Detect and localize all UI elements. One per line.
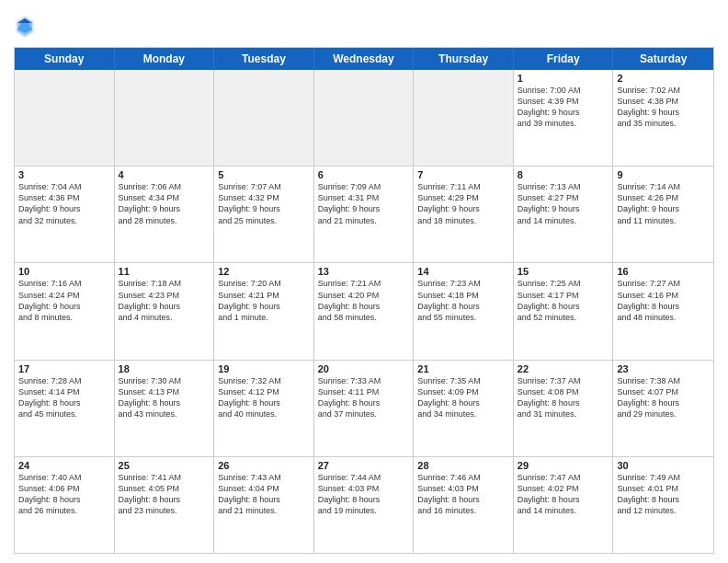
weekday-header: Tuesday bbox=[214, 48, 314, 70]
day-info: Sunrise: 7:21 AM Sunset: 4:20 PM Dayligh… bbox=[318, 278, 410, 323]
day-number: 9 bbox=[617, 169, 710, 180]
calendar-row: 24Sunrise: 7:40 AM Sunset: 4:06 PM Dayli… bbox=[15, 456, 713, 553]
day-cell: 5Sunrise: 7:07 AM Sunset: 4:32 PM Daylig… bbox=[214, 167, 314, 262]
day-info: Sunrise: 7:02 AM Sunset: 4:38 PM Dayligh… bbox=[617, 85, 710, 130]
day-info: Sunrise: 7:06 AM Sunset: 4:34 PM Dayligh… bbox=[119, 181, 210, 226]
calendar-row: 10Sunrise: 7:16 AM Sunset: 4:24 PM Dayli… bbox=[15, 262, 713, 359]
day-number: 22 bbox=[518, 363, 609, 374]
day-number: 12 bbox=[218, 266, 310, 277]
day-info: Sunrise: 7:49 AM Sunset: 4:01 PM Dayligh… bbox=[617, 472, 710, 517]
empty-cell bbox=[314, 70, 415, 166]
day-cell: 12Sunrise: 7:20 AM Sunset: 4:21 PM Dayli… bbox=[214, 263, 314, 359]
day-cell: 8Sunrise: 7:13 AM Sunset: 4:27 PM Daylig… bbox=[514, 167, 614, 262]
day-cell: 11Sunrise: 7:18 AM Sunset: 4:23 PM Dayli… bbox=[115, 263, 215, 359]
day-number: 20 bbox=[318, 363, 410, 374]
day-info: Sunrise: 7:40 AM Sunset: 4:06 PM Dayligh… bbox=[18, 472, 110, 517]
day-number: 15 bbox=[518, 266, 609, 277]
day-info: Sunrise: 7:35 AM Sunset: 4:09 PM Dayligh… bbox=[417, 375, 509, 420]
calendar-header: SundayMondayTuesdayWednesdayThursdayFrid… bbox=[15, 48, 713, 70]
day-number: 7 bbox=[417, 169, 509, 180]
calendar-body: 1Sunrise: 7:00 AM Sunset: 4:39 PM Daylig… bbox=[15, 70, 713, 553]
day-info: Sunrise: 7:28 AM Sunset: 4:14 PM Dayligh… bbox=[18, 375, 110, 420]
weekday-header: Wednesday bbox=[314, 48, 415, 70]
day-number: 26 bbox=[218, 460, 310, 471]
day-cell: 15Sunrise: 7:25 AM Sunset: 4:17 PM Dayli… bbox=[514, 263, 614, 359]
page: SundayMondayTuesdayWednesdayThursdayFrid… bbox=[0, 0, 728, 563]
day-info: Sunrise: 7:23 AM Sunset: 4:18 PM Dayligh… bbox=[417, 278, 509, 323]
day-cell: 3Sunrise: 7:04 AM Sunset: 4:36 PM Daylig… bbox=[15, 167, 115, 262]
day-info: Sunrise: 7:38 AM Sunset: 4:07 PM Dayligh… bbox=[617, 375, 710, 420]
empty-cell bbox=[214, 70, 314, 166]
day-cell: 30Sunrise: 7:49 AM Sunset: 4:01 PM Dayli… bbox=[613, 457, 713, 553]
day-cell: 1Sunrise: 7:00 AM Sunset: 4:39 PM Daylig… bbox=[514, 70, 614, 166]
day-cell: 22Sunrise: 7:37 AM Sunset: 4:08 PM Dayli… bbox=[514, 361, 614, 456]
day-cell: 17Sunrise: 7:28 AM Sunset: 4:14 PM Dayli… bbox=[15, 361, 115, 456]
day-number: 1 bbox=[518, 73, 609, 84]
day-number: 27 bbox=[318, 460, 410, 471]
day-info: Sunrise: 7:04 AM Sunset: 4:36 PM Dayligh… bbox=[18, 181, 110, 226]
day-number: 19 bbox=[218, 363, 310, 374]
day-cell: 19Sunrise: 7:32 AM Sunset: 4:12 PM Dayli… bbox=[214, 361, 314, 456]
day-cell: 29Sunrise: 7:47 AM Sunset: 4:02 PM Dayli… bbox=[514, 457, 614, 553]
day-cell: 20Sunrise: 7:33 AM Sunset: 4:11 PM Dayli… bbox=[314, 361, 415, 456]
day-info: Sunrise: 7:30 AM Sunset: 4:13 PM Dayligh… bbox=[119, 375, 210, 420]
day-number: 5 bbox=[218, 169, 310, 180]
day-info: Sunrise: 7:27 AM Sunset: 4:16 PM Dayligh… bbox=[617, 278, 710, 323]
day-cell: 27Sunrise: 7:44 AM Sunset: 4:03 PM Dayli… bbox=[314, 457, 415, 553]
day-number: 8 bbox=[518, 169, 609, 180]
day-number: 16 bbox=[617, 266, 710, 277]
day-number: 23 bbox=[617, 363, 710, 374]
day-number: 25 bbox=[119, 460, 210, 471]
day-number: 6 bbox=[318, 169, 410, 180]
empty-cell bbox=[15, 70, 115, 166]
day-number: 17 bbox=[18, 363, 110, 374]
day-info: Sunrise: 7:07 AM Sunset: 4:32 PM Dayligh… bbox=[218, 181, 310, 226]
calendar-row: 3Sunrise: 7:04 AM Sunset: 4:36 PM Daylig… bbox=[15, 166, 713, 262]
day-number: 24 bbox=[18, 460, 110, 471]
day-cell: 21Sunrise: 7:35 AM Sunset: 4:09 PM Dayli… bbox=[414, 361, 514, 456]
day-cell: 24Sunrise: 7:40 AM Sunset: 4:06 PM Dayli… bbox=[15, 457, 115, 553]
empty-cell bbox=[414, 70, 514, 166]
day-info: Sunrise: 7:16 AM Sunset: 4:24 PM Dayligh… bbox=[18, 278, 110, 323]
day-info: Sunrise: 7:25 AM Sunset: 4:17 PM Dayligh… bbox=[518, 278, 609, 323]
day-cell: 23Sunrise: 7:38 AM Sunset: 4:07 PM Dayli… bbox=[613, 361, 713, 456]
day-info: Sunrise: 7:14 AM Sunset: 4:26 PM Dayligh… bbox=[617, 181, 710, 226]
day-info: Sunrise: 7:44 AM Sunset: 4:03 PM Dayligh… bbox=[318, 472, 410, 517]
day-cell: 26Sunrise: 7:43 AM Sunset: 4:04 PM Dayli… bbox=[214, 457, 314, 553]
day-cell: 6Sunrise: 7:09 AM Sunset: 4:31 PM Daylig… bbox=[314, 167, 415, 262]
day-number: 14 bbox=[417, 266, 509, 277]
day-cell: 25Sunrise: 7:41 AM Sunset: 4:05 PM Dayli… bbox=[115, 457, 215, 553]
day-info: Sunrise: 7:09 AM Sunset: 4:31 PM Dayligh… bbox=[318, 181, 410, 226]
day-number: 3 bbox=[18, 169, 110, 180]
day-number: 4 bbox=[119, 169, 210, 180]
calendar: SundayMondayTuesdayWednesdayThursdayFrid… bbox=[14, 47, 714, 554]
day-number: 30 bbox=[617, 460, 710, 471]
day-info: Sunrise: 7:43 AM Sunset: 4:04 PM Dayligh… bbox=[218, 472, 310, 517]
day-cell: 9Sunrise: 7:14 AM Sunset: 4:26 PM Daylig… bbox=[613, 167, 713, 262]
day-cell: 10Sunrise: 7:16 AM Sunset: 4:24 PM Dayli… bbox=[15, 263, 115, 359]
day-info: Sunrise: 7:47 AM Sunset: 4:02 PM Dayligh… bbox=[518, 472, 609, 517]
day-cell: 16Sunrise: 7:27 AM Sunset: 4:16 PM Dayli… bbox=[613, 263, 713, 359]
day-info: Sunrise: 7:33 AM Sunset: 4:11 PM Dayligh… bbox=[318, 375, 410, 420]
weekday-header: Saturday bbox=[613, 48, 713, 70]
day-info: Sunrise: 7:32 AM Sunset: 4:12 PM Dayligh… bbox=[218, 375, 310, 420]
day-info: Sunrise: 7:20 AM Sunset: 4:21 PM Dayligh… bbox=[218, 278, 310, 323]
day-cell: 2Sunrise: 7:02 AM Sunset: 4:38 PM Daylig… bbox=[613, 70, 713, 166]
day-number: 28 bbox=[417, 460, 509, 471]
weekday-header: Friday bbox=[514, 48, 614, 70]
day-info: Sunrise: 7:46 AM Sunset: 4:03 PM Dayligh… bbox=[417, 472, 509, 517]
calendar-row: 17Sunrise: 7:28 AM Sunset: 4:14 PM Dayli… bbox=[15, 360, 713, 456]
empty-cell bbox=[115, 70, 215, 166]
day-info: Sunrise: 7:18 AM Sunset: 4:23 PM Dayligh… bbox=[119, 278, 210, 323]
day-cell: 13Sunrise: 7:21 AM Sunset: 4:20 PM Dayli… bbox=[314, 263, 415, 359]
logo-icon bbox=[14, 14, 36, 40]
day-number: 2 bbox=[617, 73, 710, 84]
day-info: Sunrise: 7:37 AM Sunset: 4:08 PM Dayligh… bbox=[518, 375, 609, 420]
day-cell: 14Sunrise: 7:23 AM Sunset: 4:18 PM Dayli… bbox=[414, 263, 514, 359]
weekday-header: Thursday bbox=[414, 48, 514, 70]
day-info: Sunrise: 7:41 AM Sunset: 4:05 PM Dayligh… bbox=[119, 472, 210, 517]
day-number: 29 bbox=[518, 460, 609, 471]
weekday-header: Sunday bbox=[15, 48, 115, 70]
day-info: Sunrise: 7:11 AM Sunset: 4:29 PM Dayligh… bbox=[417, 181, 509, 226]
day-number: 10 bbox=[18, 266, 110, 277]
